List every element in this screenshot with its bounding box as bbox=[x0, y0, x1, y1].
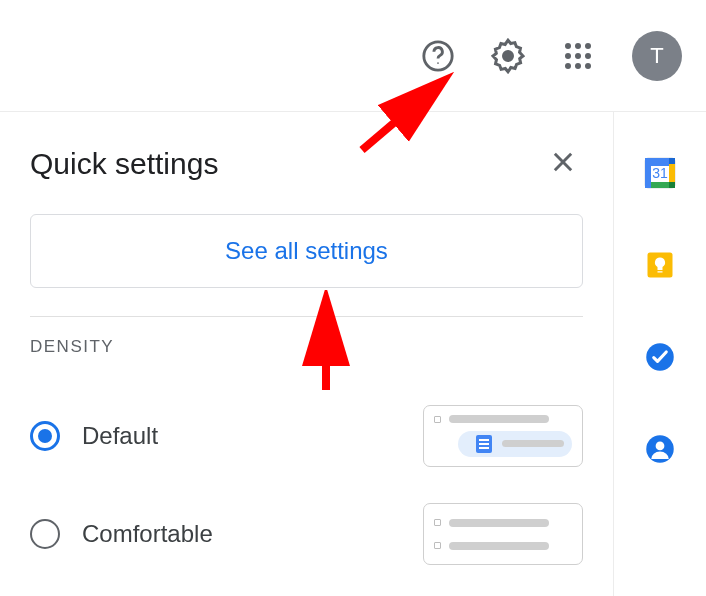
apps-grid-icon bbox=[563, 41, 593, 71]
keep-icon bbox=[645, 250, 675, 280]
gear-icon bbox=[490, 38, 526, 74]
account-avatar[interactable]: T bbox=[632, 31, 682, 81]
calendar-app-icon[interactable]: 31 bbox=[643, 156, 677, 190]
close-button[interactable] bbox=[543, 142, 583, 186]
svg-point-5 bbox=[585, 43, 591, 49]
svg-point-3 bbox=[565, 43, 571, 49]
radio-comfortable[interactable] bbox=[30, 519, 60, 549]
svg-point-6 bbox=[565, 53, 571, 59]
svg-text:31: 31 bbox=[652, 165, 668, 181]
svg-point-4 bbox=[575, 43, 581, 49]
svg-point-2 bbox=[504, 51, 513, 60]
svg-point-26 bbox=[656, 442, 665, 451]
density-preview-default bbox=[423, 405, 583, 467]
density-option-default[interactable]: Default bbox=[30, 387, 583, 485]
settings-button[interactable] bbox=[486, 34, 530, 78]
density-section-label: DENSITY bbox=[30, 337, 583, 357]
svg-point-7 bbox=[575, 53, 581, 59]
svg-point-11 bbox=[585, 63, 591, 69]
keep-app-icon[interactable] bbox=[643, 248, 677, 282]
svg-point-8 bbox=[585, 53, 591, 59]
right-sidebar: 31 bbox=[614, 112, 706, 596]
svg-point-9 bbox=[565, 63, 571, 69]
quick-settings-panel: Quick settings See all settings DENSITY … bbox=[0, 112, 614, 596]
panel-title: Quick settings bbox=[30, 147, 218, 181]
density-option-label: Comfortable bbox=[82, 520, 401, 548]
apps-button[interactable] bbox=[556, 34, 600, 78]
tasks-icon bbox=[645, 342, 675, 372]
contacts-icon bbox=[645, 434, 675, 464]
help-icon bbox=[421, 39, 455, 73]
tasks-app-icon[interactable] bbox=[643, 340, 677, 374]
calendar-icon: 31 bbox=[644, 157, 676, 189]
density-preview-comfortable bbox=[423, 503, 583, 565]
density-option-label: Default bbox=[82, 422, 401, 450]
close-icon bbox=[549, 148, 577, 176]
svg-rect-21 bbox=[669, 158, 675, 164]
svg-rect-20 bbox=[669, 182, 675, 188]
contacts-app-icon[interactable] bbox=[643, 432, 677, 466]
divider bbox=[30, 316, 583, 317]
svg-point-1 bbox=[437, 62, 439, 64]
see-all-settings-button[interactable]: See all settings bbox=[30, 214, 583, 288]
svg-point-10 bbox=[575, 63, 581, 69]
radio-default[interactable] bbox=[30, 421, 60, 451]
density-option-comfortable[interactable]: Comfortable bbox=[30, 485, 583, 583]
help-button[interactable] bbox=[416, 34, 460, 78]
